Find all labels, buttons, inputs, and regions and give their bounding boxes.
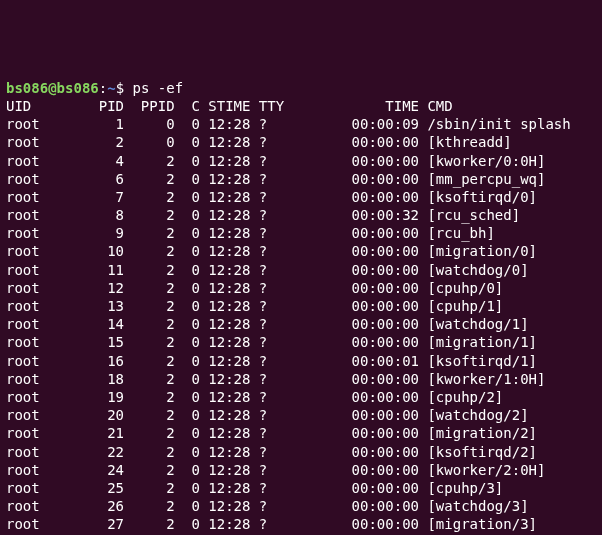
ps-row: root 12 2 0 12:28 ? 00:00:00 [cpuhp/0]: [6, 279, 596, 297]
prompt-line[interactable]: bs086@bs086:~$ ps -ef: [6, 79, 596, 97]
ps-row: root 27 2 0 12:28 ? 00:00:00 [migration/…: [6, 515, 596, 533]
ps-row: root 8 2 0 12:28 ? 00:00:32 [rcu_sched]: [6, 206, 596, 224]
prompt-dollar: $: [116, 80, 133, 96]
ps-row: root 20 2 0 12:28 ? 00:00:00 [watchdog/2…: [6, 406, 596, 424]
ps-row: root 13 2 0 12:28 ? 00:00:00 [cpuhp/1]: [6, 297, 596, 315]
command-text: ps -ef: [132, 80, 183, 96]
ps-row: root 26 2 0 12:28 ? 00:00:00 [watchdog/3…: [6, 497, 596, 515]
prompt-colon: :: [99, 80, 107, 96]
ps-row: root 24 2 0 12:28 ? 00:00:00 [kworker/2:…: [6, 461, 596, 479]
ps-row: root 25 2 0 12:28 ? 00:00:00 [cpuhp/3]: [6, 479, 596, 497]
ps-row: root 6 2 0 12:28 ? 00:00:00 [mm_percpu_w…: [6, 170, 596, 188]
prompt-host: bs086: [57, 80, 99, 96]
ps-row: root 16 2 0 12:28 ? 00:00:01 [ksoftirqd/…: [6, 352, 596, 370]
ps-row: root 22 2 0 12:28 ? 00:00:00 [ksoftirqd/…: [6, 443, 596, 461]
ps-row: root 2 0 0 12:28 ? 00:00:00 [kthreadd]: [6, 133, 596, 151]
ps-row: root 18 2 0 12:28 ? 00:00:00 [kworker/1:…: [6, 370, 596, 388]
ps-row: root 14 2 0 12:28 ? 00:00:00 [watchdog/1…: [6, 315, 596, 333]
ps-row: root 11 2 0 12:28 ? 00:00:00 [watchdog/0…: [6, 261, 596, 279]
terminal-output[interactable]: bs086@bs086:~$ ps -efUID PID PPID C STIM…: [6, 79, 596, 535]
prompt-at: @: [48, 80, 56, 96]
ps-row: root 7 2 0 12:28 ? 00:00:00 [ksoftirqd/0…: [6, 188, 596, 206]
ps-row: root 4 2 0 12:28 ? 00:00:00 [kworker/0:0…: [6, 152, 596, 170]
ps-row: root 9 2 0 12:28 ? 00:00:00 [rcu_bh]: [6, 224, 596, 242]
ps-row: root 15 2 0 12:28 ? 00:00:00 [migration/…: [6, 333, 596, 351]
ps-row: root 10 2 0 12:28 ? 00:00:00 [migration/…: [6, 242, 596, 260]
prompt-path: ~: [107, 80, 115, 96]
ps-row: root 1 0 0 12:28 ? 00:00:09 /sbin/init s…: [6, 115, 596, 133]
ps-row: root 21 2 0 12:28 ? 00:00:00 [migration/…: [6, 424, 596, 442]
prompt-user: bs086: [6, 80, 48, 96]
ps-header: UID PID PPID C STIME TTY TIME CMD: [6, 97, 596, 115]
ps-row: root 19 2 0 12:28 ? 00:00:00 [cpuhp/2]: [6, 388, 596, 406]
